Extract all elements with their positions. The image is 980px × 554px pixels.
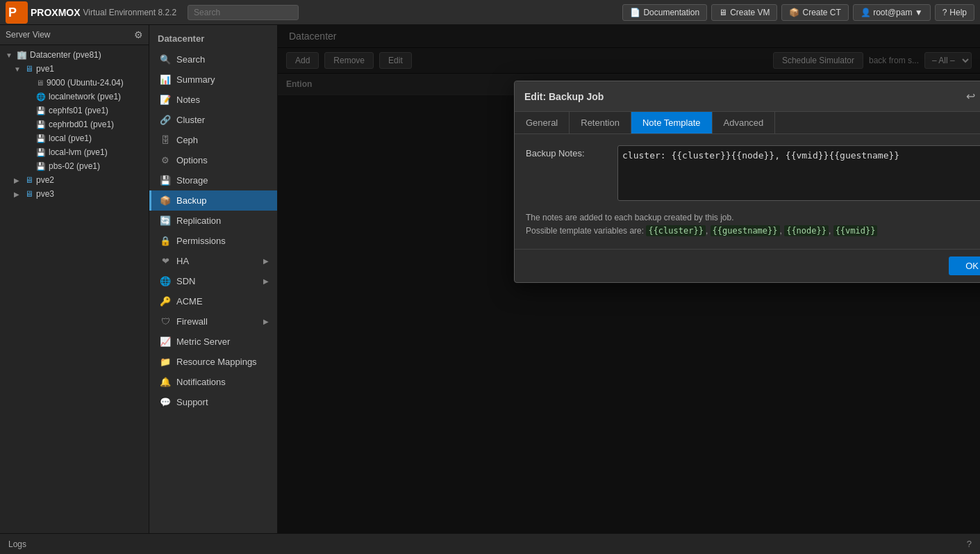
resource-icon: 📁 bbox=[160, 357, 171, 367]
tree-item-datacenter[interactable]: ▼ 🏢 Datacenter (pve81) bbox=[0, 48, 149, 62]
sdn-arrow-icon: ▶ bbox=[263, 277, 269, 285]
firewall-arrow-icon: ▶ bbox=[263, 318, 269, 325]
sidebar-item-firewall[interactable]: 🛡 Firewall ▶ bbox=[149, 311, 277, 332]
sidebar-item-options[interactable]: ⚙ Options bbox=[149, 150, 277, 170]
tree-item-pve3[interactable]: ▶ 🖥 pve3 bbox=[0, 187, 149, 201]
backup-notes-row: Backup Notes: cluster: {{cluster}}{{node… bbox=[526, 145, 980, 203]
topbar-actions: 📄 Documentation 🖥 Create VM 📦 Create CT … bbox=[622, 4, 974, 21]
sidebar-item-label-search: Search bbox=[176, 54, 205, 65]
tab-general[interactable]: General bbox=[515, 112, 570, 133]
datacenter-icon: 🏢 bbox=[17, 50, 27, 60]
search-icon: 🔍 bbox=[160, 54, 171, 65]
sidebar-item-notes[interactable]: 📝 Notes bbox=[149, 90, 277, 110]
nav-header: Datacenter bbox=[149, 28, 277, 49]
tree-label-vm-9000: 9000 (Ubuntu-24.04) bbox=[47, 78, 124, 88]
modal-title: Edit: Backup Job bbox=[524, 91, 604, 102]
sidebar-item-summary[interactable]: 📊 Summary bbox=[149, 70, 277, 90]
user-menu-button[interactable]: 👤 root@pam ▼ bbox=[853, 4, 931, 21]
sidebar-item-label-storage: Storage bbox=[176, 175, 208, 186]
support-icon: 💬 bbox=[160, 397, 171, 407]
storage-icon-cephrbd: 💾 bbox=[36, 120, 46, 129]
sidebar-item-backup[interactable]: 📦 Backup bbox=[149, 190, 277, 211]
topbar-search-input[interactable] bbox=[188, 5, 299, 20]
help-button[interactable]: ? Help bbox=[935, 4, 974, 21]
sidebar-item-notifications[interactable]: 🔔 Notifications bbox=[149, 372, 277, 392]
tree-label-cephrbd01: cephrbd01 (pve1) bbox=[49, 120, 114, 129]
server-icon-pve2: 🖥 bbox=[25, 175, 33, 185]
sidebar-item-ha[interactable]: ❤ HA ▶ bbox=[149, 251, 277, 271]
ha-arrow-icon: ▶ bbox=[263, 257, 269, 265]
var-guestname: {{guestname}} bbox=[711, 225, 780, 236]
backup-icon: 📦 bbox=[160, 195, 171, 206]
tree-header: Server View ⚙ bbox=[0, 25, 149, 45]
tree-item-pbs02[interactable]: 💾 pbs-02 (pve1) bbox=[0, 159, 149, 173]
sidebar-item-acme[interactable]: 🔑 ACME bbox=[149, 291, 277, 311]
tree-item-local[interactable]: 💾 local (pve1) bbox=[0, 131, 149, 145]
cluster-icon: 🔗 bbox=[160, 115, 171, 125]
main-content-panel: Datacenter Add Remove Edit Schedule Simu… bbox=[278, 25, 980, 533]
proxmox-logo-icon: P bbox=[6, 1, 28, 24]
ha-icon: ❤ bbox=[160, 256, 171, 266]
log-bar: Logs ? bbox=[0, 533, 980, 554]
tree-item-vm-9000[interactable]: 🖥 9000 (Ubuntu-24.04) bbox=[0, 76, 149, 90]
modal-header: Edit: Backup Job ↩ ✕ bbox=[515, 81, 980, 112]
sidebar-item-support[interactable]: 💬 Support bbox=[149, 392, 277, 412]
sidebar-item-permissions[interactable]: 🔒 Permissions bbox=[149, 231, 277, 251]
var-cluster: {{cluster}} bbox=[646, 225, 705, 236]
tree-item-pve1[interactable]: ▼ 🖥 pve1 bbox=[0, 62, 149, 76]
sidebar-item-sdn[interactable]: 🌐 SDN ▶ bbox=[149, 271, 277, 291]
sidebar-item-label-permissions: Permissions bbox=[176, 236, 226, 246]
documentation-button[interactable]: 📄 Documentation bbox=[622, 4, 707, 21]
create-vm-button[interactable]: 🖥 Create VM bbox=[711, 4, 777, 21]
user-dropdown-icon: ▼ bbox=[915, 8, 923, 17]
tab-retention[interactable]: Retention bbox=[570, 112, 631, 133]
modal-body: Backup Notes: cluster: {{cluster}}{{node… bbox=[515, 134, 980, 249]
tree-content: ▼ 🏢 Datacenter (pve81) ▼ 🖥 pve1 🖥 9000 (… bbox=[0, 45, 149, 533]
sidebar-item-label-notifications: Notifications bbox=[176, 377, 226, 387]
modal-undo-button[interactable]: ↩ bbox=[963, 88, 978, 104]
help-circle-icon[interactable]: ? bbox=[967, 539, 972, 549]
ok-button[interactable]: OK bbox=[949, 256, 980, 275]
expand-icon-pve3: ▶ bbox=[14, 190, 22, 198]
sidebar-item-replication[interactable]: 🔄 Replication bbox=[149, 211, 277, 231]
notifications-icon: 🔔 bbox=[160, 377, 171, 387]
modal-controls: ↩ ✕ bbox=[963, 88, 980, 104]
logs-label: Logs bbox=[8, 539, 26, 549]
var-vmid: {{vmid}} bbox=[833, 225, 878, 236]
sidebar-item-search[interactable]: 🔍 Search bbox=[149, 49, 277, 70]
vm-icon-9000: 🖥 bbox=[36, 79, 44, 87]
sidebar-item-resource-mappings[interactable]: 📁 Resource Mappings bbox=[149, 352, 277, 372]
create-ct-button[interactable]: 📦 Create CT bbox=[781, 4, 848, 21]
tab-note-template[interactable]: Note Template bbox=[631, 112, 713, 133]
sidebar-item-label-ceph: Ceph bbox=[176, 135, 198, 145]
sidebar-item-label-support: Support bbox=[176, 397, 208, 407]
tree-item-local-lvm[interactable]: 💾 local-lvm (pve1) bbox=[0, 145, 149, 159]
vm-icon: 🖥 bbox=[719, 8, 727, 17]
sidebar-item-ceph[interactable]: 🗄 Ceph bbox=[149, 130, 277, 150]
sidebar-item-metric-server[interactable]: 📈 Metric Server bbox=[149, 332, 277, 352]
expand-icon-pve1: ▼ bbox=[14, 65, 22, 73]
sidebar-item-label-backup: Backup bbox=[176, 195, 206, 206]
tree-sidebar: Server View ⚙ ▼ 🏢 Datacenter (pve81) ▼ 🖥… bbox=[0, 25, 149, 533]
tree-label-pve1: pve1 bbox=[36, 64, 54, 74]
tab-advanced[interactable]: Advanced bbox=[713, 112, 776, 133]
edit-backup-job-modal: Edit: Backup Job ↩ ✕ General bbox=[514, 81, 980, 283]
backup-notes-label: Backup Notes: bbox=[526, 145, 609, 158]
sidebar-item-label-options: Options bbox=[176, 155, 208, 165]
tree-item-cephfs01[interactable]: 💾 cephfs01 (pve1) bbox=[0, 104, 149, 117]
tree-label-localnetwork: localnetwork (pve1) bbox=[49, 92, 121, 101]
expand-icon-pve2: ▶ bbox=[14, 177, 22, 184]
tree-item-pve2[interactable]: ▶ 🖥 pve2 bbox=[0, 173, 149, 187]
help-icon: ? bbox=[942, 8, 947, 17]
backup-notes-textarea[interactable]: cluster: {{cluster}}{{node}}, {{vmid}}<s… bbox=[617, 145, 980, 201]
tree-label-pve2: pve2 bbox=[36, 175, 54, 185]
replication-icon: 🔄 bbox=[160, 215, 171, 226]
tree-label-pve3: pve3 bbox=[36, 189, 54, 199]
settings-icon[interactable]: ⚙ bbox=[134, 29, 143, 40]
tree-item-localnetwork[interactable]: 🌐 localnetwork (pve1) bbox=[0, 90, 149, 104]
ct-icon: 📦 bbox=[789, 8, 799, 17]
sidebar-item-storage[interactable]: 💾 Storage bbox=[149, 170, 277, 190]
tree-item-cephrbd01[interactable]: 💾 cephrbd01 (pve1) bbox=[0, 117, 149, 131]
sidebar-item-cluster[interactable]: 🔗 Cluster bbox=[149, 110, 277, 130]
tree-label-pbs02: pbs-02 (pve1) bbox=[49, 161, 100, 171]
